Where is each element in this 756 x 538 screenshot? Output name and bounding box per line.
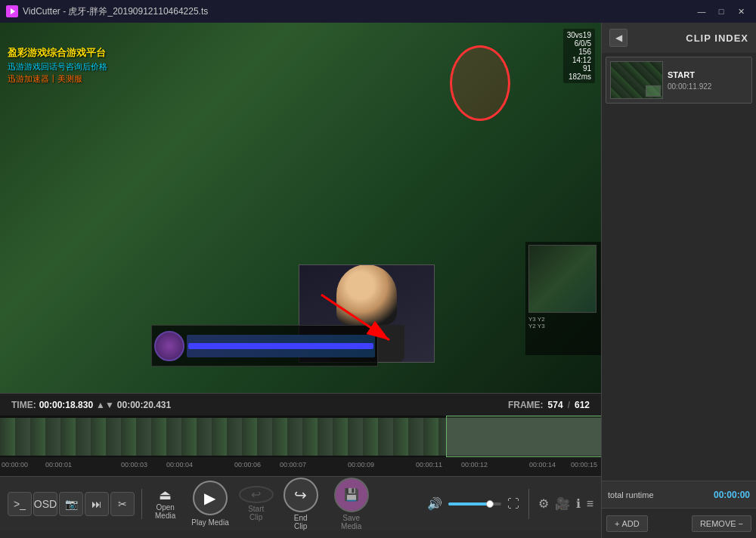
camera-icon[interactable]: 🎥 — [555, 496, 570, 511]
time-label: TIME: — [11, 400, 36, 410]
start-clip-button[interactable]: ↩ StartClip — [239, 487, 274, 521]
clip-index-title: CLIP INDEX — [686, 32, 748, 44]
game-hud: 30vs19 6/0/5 156 14:12 91 182ms — [563, 29, 595, 83]
watermark-overlay: 盈彩游戏综合游戏平台 迅游游戏回话号咨询后价格 迅游加速器丨美测服 — [8, 45, 107, 85]
volume-fill — [448, 502, 490, 506]
controls-bar: >_ OSD 📷 ⏭ ✂ ⏏ OpenMedia ▶ Play Media — [0, 476, 601, 530]
add-icon: + — [615, 519, 619, 528]
game-bottom-bar — [151, 325, 378, 366]
remove-clip-button[interactable]: REMOVE − — [692, 515, 751, 532]
ms-display: 182ms — [567, 73, 591, 81]
play-media-label: Play Media — [191, 518, 228, 527]
runtime-label: total runtime — [608, 490, 654, 499]
clip-actions: + ADD REMOVE − — [602, 508, 756, 538]
ts-14: 00:00:14 — [529, 461, 556, 468]
play-media-button[interactable]: ▶ Play Media — [185, 478, 234, 530]
video-frame: 盈彩游戏综合游戏平台 迅游游戏回话号咨询后价格 迅游加速器丨美测服 30vs19… — [0, 23, 601, 393]
eject-icon: ⏏ — [159, 488, 172, 502]
close-button[interactable]: ✕ — [732, 4, 750, 19]
timeline-video-segment — [0, 418, 446, 456]
timeline-timestamps: 00:00:00 00:00:01 00:00:03 00:00:04 00:0… — [0, 457, 601, 472]
add-label: ADD — [621, 519, 639, 528]
list-icon[interactable]: ≡ — [587, 497, 593, 511]
ts-11: 00:00:11 — [416, 461, 442, 468]
current-time: 00:00:18.830 — [39, 400, 93, 410]
expand-icon[interactable]: ⛶ — [507, 497, 519, 511]
osd-label: OSD — [34, 498, 57, 510]
volume-icon: 🔊 — [427, 496, 442, 511]
kills-display: 30vs19 — [567, 31, 591, 39]
play-circle[interactable]: ▶ — [193, 481, 228, 515]
left-panel: 盈彩游戏综合游戏平台 迅游游戏回话号咨询后价格 迅游加速器丨美测服 30vs19… — [0, 23, 601, 538]
minimap-panel: Y3 Y2 Y2 Y3 — [525, 242, 601, 355]
app-icon — [6, 5, 18, 17]
right-controls: 🔊 ⛶ ⚙ 🎥 ℹ ≡ — [427, 489, 593, 519]
time-separator: ▲▼ — [96, 400, 114, 410]
ts-15: 00:00:15 — [571, 461, 597, 468]
kda-display: 6/0/5 — [567, 39, 591, 48]
remove-label: REMOVE — [700, 519, 736, 528]
divider-1 — [141, 489, 142, 519]
terminal-button[interactable]: >_ — [8, 492, 32, 516]
open-media-button[interactable]: ⏏ OpenMedia — [149, 485, 181, 523]
skip-end-button[interactable]: ⏭ — [85, 492, 109, 516]
ts-3: 00:00:03 — [121, 461, 147, 468]
ts-0: 00:00:00 — [2, 461, 28, 468]
frame-current: 574 — [548, 400, 563, 410]
end-clip-circle[interactable]: ↪ — [284, 478, 318, 512]
ts-6: 00:00:06 — [234, 461, 261, 468]
video-player[interactable]: 盈彩游戏综合游戏平台 迅游游戏回话号咨询后价格 迅游加速器丨美测服 30vs19… — [0, 23, 601, 393]
runtime-value: 00:00:00 — [714, 490, 750, 500]
ts-1: 00:00:01 — [45, 461, 72, 468]
clip-start-time: 00:00:11.922 — [668, 82, 711, 91]
divider-2 — [528, 489, 529, 519]
end-clip-label: EndClip — [294, 514, 308, 530]
frame-slash: / — [568, 400, 570, 410]
clip-info: START 00:00:11.922 — [668, 61, 711, 99]
maximize-button[interactable]: □ — [712, 4, 730, 19]
info-bar: TIME: 00:00:18.830 ▲▼ 00:00:20.431 FRAME… — [0, 393, 601, 416]
start-clip-label: StartClip — [248, 505, 264, 521]
start-clip-circle[interactable]: ↩ — [239, 486, 274, 503]
timeline-selection — [446, 416, 601, 457]
ts-4: 00:00:04 — [166, 461, 193, 468]
clip-thumbnail — [610, 61, 663, 99]
cut-button[interactable]: ✂ — [110, 492, 135, 516]
main-area: 盈彩游戏综合游戏平台 迅游游戏回话号咨询后价格 迅游加速器丨美测服 30vs19… — [0, 23, 756, 538]
save-media-button[interactable]: 💾 SaveMedia — [328, 475, 375, 533]
timeline-strip[interactable] — [0, 416, 601, 457]
clip-item[interactable]: START 00:00:11.922 — [606, 57, 752, 104]
title-bar: VidCutter - 虎牙-胖斧_20190912110464225.ts —… — [0, 0, 756, 23]
snapshot-button[interactable]: 📷 — [59, 492, 83, 516]
fps-display: 91 — [567, 64, 591, 73]
osd-button[interactable]: OSD — [33, 492, 57, 516]
clip-list[interactable]: START 00:00:11.922 — [602, 53, 756, 481]
minimize-button[interactable]: — — [692, 4, 711, 19]
open-media-label: OpenMedia — [155, 503, 175, 520]
volume-thumb — [486, 500, 494, 508]
remove-icon: − — [739, 519, 743, 528]
runtime-section: total runtime 00:00:00 — [602, 481, 756, 508]
small-controls-group: >_ OSD 📷 ⏭ ✂ — [8, 492, 135, 516]
save-circle[interactable]: 💾 — [334, 478, 369, 512]
clip-index-header: ◀ CLIP INDEX — [602, 23, 756, 53]
right-panel: ◀ CLIP INDEX START 00:00:11.922 total ru… — [601, 23, 756, 538]
clip-nav-prev[interactable]: ◀ — [609, 29, 627, 47]
save-media-label: SaveMedia — [341, 514, 361, 530]
frame-label: FRAME: — [508, 400, 544, 410]
ts-12: 00:00:12 — [461, 461, 488, 468]
timeline-area[interactable]: 00:00:00 00:00:01 00:00:03 00:00:04 00:0… — [0, 416, 601, 476]
clip-name: START — [668, 70, 711, 79]
volume-slider[interactable] — [448, 502, 501, 506]
ts-7: 00:00:07 — [280, 461, 306, 468]
champion-highlight — [450, 45, 510, 121]
window-title: VidCutter - 虎牙-胖斧_20190912110464225.ts — [23, 5, 208, 18]
frame-total: 612 — [575, 400, 590, 410]
settings-icon[interactable]: ⚙ — [538, 496, 549, 511]
game-time: 14:12 — [567, 56, 591, 64]
info-icon[interactable]: ℹ — [576, 496, 581, 511]
ts-9: 00:00:09 — [348, 461, 374, 468]
add-clip-button[interactable]: + ADD — [606, 515, 648, 532]
end-clip-button[interactable]: ↪ EndClip — [277, 475, 324, 533]
total-time: 00:00:20.431 — [117, 400, 171, 410]
